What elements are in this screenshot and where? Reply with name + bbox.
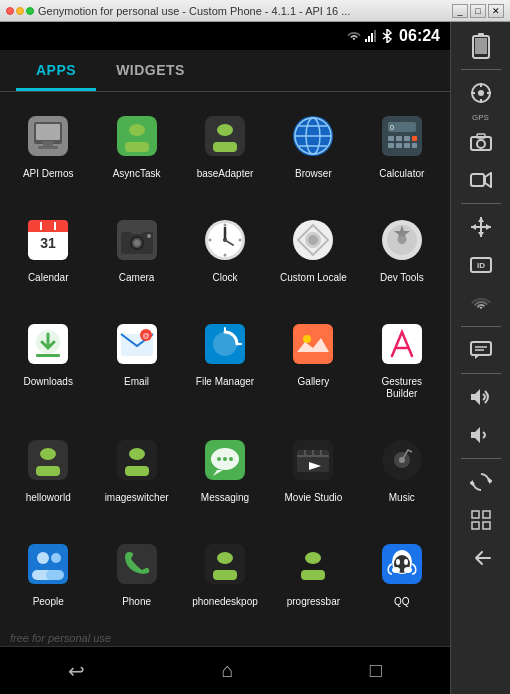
status-bar: 06:24 xyxy=(0,22,450,50)
svg-point-46 xyxy=(134,240,140,246)
vol-down-sidebar-icon[interactable] xyxy=(459,417,503,453)
app-item-movie-studio[interactable]: Movie Studio xyxy=(269,424,357,528)
app-icon-file-manager xyxy=(197,316,253,372)
app-label-browser: Browser xyxy=(295,168,332,180)
battery-sidebar-icon[interactable] xyxy=(459,28,503,64)
app-icon-gestures-builder xyxy=(374,316,430,372)
minimize-button[interactable]: _ xyxy=(452,4,468,18)
app-item-email[interactable]: @Email xyxy=(92,308,180,424)
camera-sidebar-icon[interactable] xyxy=(459,124,503,160)
app-label-phonedeskpop: phonedeskpop xyxy=(192,596,258,608)
maximize-dot[interactable] xyxy=(26,7,34,15)
app-label-gallery: Gallery xyxy=(298,376,330,388)
app-icon-people xyxy=(20,536,76,592)
svg-rect-154 xyxy=(472,511,479,518)
app-icon-calculator: 0 xyxy=(374,108,430,164)
svg-rect-11 xyxy=(125,142,149,152)
app-item-dev-tools[interactable]: Dev Tools xyxy=(358,204,446,308)
svg-point-18 xyxy=(229,135,233,139)
app-icon-calendar: 31 xyxy=(20,212,76,268)
app-icon-browser xyxy=(285,108,341,164)
app-item-camera[interactable]: Camera xyxy=(92,204,180,308)
app-item-browser[interactable]: Browser xyxy=(269,100,357,204)
svg-point-62 xyxy=(398,236,406,244)
title-bar: Genymotion for personal use - Custom Pho… xyxy=(0,0,510,22)
id-sidebar-icon[interactable]: ID xyxy=(459,247,503,283)
app-item-calculator[interactable]: 0Calculator xyxy=(358,100,446,204)
svg-rect-72 xyxy=(293,324,333,364)
tab-apps[interactable]: APPS xyxy=(16,50,96,91)
close-dot[interactable] xyxy=(6,7,14,15)
app-label-movie-studio: Movie Studio xyxy=(284,492,342,504)
app-item-messaging[interactable]: Messaging xyxy=(181,424,269,528)
app-label-file-manager: File Manager xyxy=(196,376,254,388)
app-icon-progressbar xyxy=(285,536,341,592)
minimize-dot[interactable] xyxy=(16,7,24,15)
close-button[interactable]: ✕ xyxy=(488,4,504,18)
tab-widgets[interactable]: WIDGETS xyxy=(96,50,205,91)
svg-point-90 xyxy=(229,457,233,461)
svg-point-121 xyxy=(404,559,408,565)
svg-rect-28 xyxy=(388,136,394,141)
svg-rect-2 xyxy=(371,33,373,42)
app-label-asynctask: AsyncTask xyxy=(113,168,161,180)
sms-sidebar-icon[interactable] xyxy=(459,332,503,368)
app-item-baseadapter[interactable]: baseAdapter xyxy=(181,100,269,204)
svg-point-56 xyxy=(223,254,226,257)
svg-marker-143 xyxy=(486,224,491,230)
svg-marker-141 xyxy=(478,232,484,237)
home-button[interactable]: ⌂ xyxy=(221,659,233,682)
svg-point-81 xyxy=(129,448,145,460)
svg-rect-114 xyxy=(301,570,325,580)
back-button[interactable]: ↩ xyxy=(68,659,85,683)
video-sidebar-icon[interactable] xyxy=(459,162,503,198)
app-item-phone[interactable]: Phone xyxy=(92,528,180,632)
svg-marker-150 xyxy=(471,389,480,405)
svg-rect-65 xyxy=(36,354,60,357)
app-item-phonedeskpop[interactable]: phonedeskpop xyxy=(181,528,269,632)
app-item-custom-locale[interactable]: Custom Locale xyxy=(269,204,357,308)
app-icon-email: @ xyxy=(109,316,165,372)
phone-screen: 06:24 APPS WIDGETS API DemosAsyncTaskbas… xyxy=(0,22,450,694)
sidebar-divider-5 xyxy=(461,458,501,459)
app-item-gallery[interactable]: Gallery xyxy=(269,308,357,424)
gps-sidebar-icon[interactable] xyxy=(459,75,503,111)
rotate-sidebar-icon[interactable] xyxy=(459,464,503,500)
svg-point-134 xyxy=(477,140,485,148)
app-icon-camera xyxy=(109,212,165,268)
app-item-file-manager[interactable]: File Manager xyxy=(181,308,269,424)
svg-rect-146 xyxy=(471,342,491,355)
app-label-api-demos: API Demos xyxy=(23,168,74,180)
gps-label: GPS xyxy=(472,113,489,122)
svg-rect-136 xyxy=(471,174,484,186)
app-item-asynctask[interactable]: AsyncTask xyxy=(92,100,180,204)
app-label-custom-locale: Custom Locale xyxy=(280,272,347,284)
svg-point-78 xyxy=(40,459,44,463)
app-item-progressbar[interactable]: progressbar xyxy=(269,528,357,632)
app-item-downloads[interactable]: Downloads xyxy=(4,308,92,424)
app-item-qq[interactable]: QQ xyxy=(358,528,446,632)
recents-button[interactable]: □ xyxy=(370,659,382,682)
app-item-gestures-builder[interactable]: Gestures Builder xyxy=(358,308,446,424)
app-item-music[interactable]: Music xyxy=(358,424,446,528)
svg-point-15 xyxy=(217,124,233,136)
app-item-people[interactable]: People xyxy=(4,528,92,632)
app-item-clock[interactable]: Clock xyxy=(181,204,269,308)
signal-icon xyxy=(365,30,379,42)
dpi-sidebar-icon[interactable] xyxy=(459,502,503,538)
move-sidebar-icon[interactable] xyxy=(459,209,503,245)
app-icon-asynctask xyxy=(109,108,165,164)
app-item-imageswitcher[interactable]: imageswitcher xyxy=(92,424,180,528)
app-item-calendar[interactable]: 31Calendar xyxy=(4,204,92,308)
back-sidebar-icon[interactable] xyxy=(459,540,503,576)
restore-button[interactable]: □ xyxy=(470,4,486,18)
svg-rect-38 xyxy=(28,228,68,232)
app-item-helloworld[interactable]: helloworld xyxy=(4,424,92,528)
svg-rect-3 xyxy=(374,30,376,42)
wifi-sidebar-icon[interactable] xyxy=(459,285,503,321)
app-item-api-demos[interactable]: API Demos xyxy=(4,100,92,204)
app-icon-helloworld xyxy=(20,432,76,488)
vol-up-sidebar-icon[interactable] xyxy=(459,379,503,415)
status-icons: 06:24 xyxy=(346,27,440,45)
app-icon-imageswitcher xyxy=(109,432,165,488)
